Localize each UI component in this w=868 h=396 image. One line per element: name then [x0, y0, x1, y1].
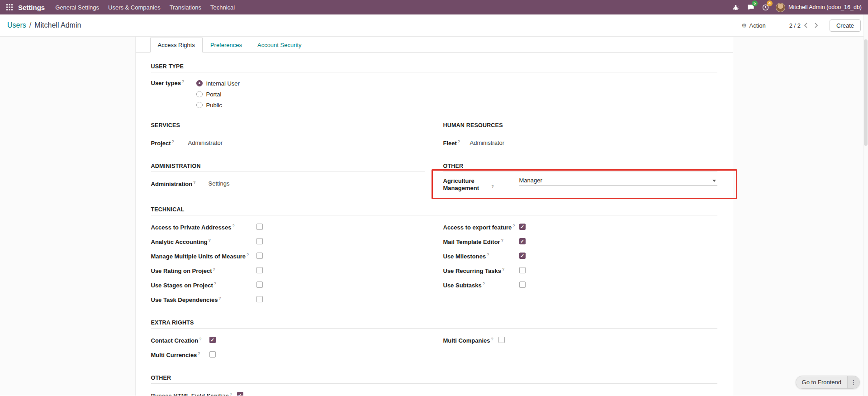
checkbox-use-recurring-tasks[interactable] [519, 267, 526, 273]
apps-menu-button[interactable] [3, 0, 16, 14]
form-view: Access Rights Preferences Account Securi… [0, 37, 868, 396]
technical-right-column: Access to export feature? Mail Template … [443, 221, 717, 308]
field-label: Use Milestones? [443, 251, 519, 260]
action-label: Action [749, 22, 766, 29]
help-icon: ? [491, 337, 493, 341]
debug-mode-button[interactable] [728, 0, 743, 14]
radio-portal[interactable] [196, 91, 203, 97]
extra-rights-left-column: Contact Creation? Multi Currencies? [151, 334, 425, 363]
radio-option-internal-user[interactable]: Internal User [196, 78, 240, 89]
field-access-private-addresses: Access to Private Addresses? [151, 221, 425, 233]
breadcrumb-separator: / [29, 21, 31, 29]
breadcrumb: Users / Mitchell Admin [7, 21, 81, 29]
section-title-services: SERVICES [151, 122, 425, 131]
help-icon: ? [501, 238, 503, 243]
user-menu[interactable]: Mitchell Admin (odoo_16_db) [773, 3, 864, 12]
checkbox-use-rating-on-project[interactable] [256, 267, 263, 273]
checkbox-access-private-addresses[interactable] [256, 224, 263, 230]
field-user-types: User types? Internal User Portal Publ [151, 78, 717, 110]
form-sheet: Access Rights Preferences Account Securi… [135, 37, 733, 396]
pager-value[interactable]: 2 / 2 [789, 22, 801, 29]
kebab-menu-icon[interactable]: ⋮ [847, 376, 859, 388]
checkbox-use-task-dependencies[interactable] [256, 296, 263, 302]
tab-account-security[interactable]: Account Security [250, 38, 309, 52]
chevron-right-icon [814, 23, 818, 28]
go-to-frontend-widget: Go to Frontend ⋮ [796, 376, 860, 389]
section-title-extra-rights: EXTRA RIGHTS [151, 320, 717, 329]
field-label: Use Task Dependencies? [151, 295, 256, 304]
notebook-tabs: Access Rights Preferences Account Securi… [136, 37, 733, 52]
top-navbar: Settings General Settings Users & Compan… [0, 0, 868, 14]
checkbox-access-export-feature[interactable] [519, 224, 526, 230]
checkbox-use-stages-on-project[interactable] [256, 281, 263, 288]
row-services-hr: SERVICES Project? Administrator HUMAN RE… [151, 122, 717, 151]
field-label: Use Stages on Project? [151, 280, 256, 289]
help-icon: ? [502, 267, 504, 272]
tab-access-rights[interactable]: Access Rights [150, 38, 203, 52]
field-manage-multiple-uom: Manage Multiple Units of Measure? [151, 250, 425, 262]
field-label-project: Project? [151, 138, 188, 147]
messages-menu-button[interactable]: 5 [743, 0, 758, 14]
help-icon: ? [199, 337, 201, 341]
menu-technical[interactable]: Technical [206, 0, 239, 14]
activities-menu-button[interactable]: 4 [758, 0, 773, 14]
app-name[interactable]: Settings [16, 0, 51, 14]
access-rights-page: USER TYPE User types? Internal User Port… [136, 52, 733, 396]
other-bottom-right-column [443, 389, 717, 396]
menu-general-settings[interactable]: General Settings [51, 0, 104, 14]
checkbox-use-subtasks[interactable] [519, 281, 526, 288]
help-icon: ? [209, 238, 211, 243]
checkbox-manage-multiple-uom[interactable] [256, 253, 263, 259]
field-access-export-feature: Access to export feature? [443, 221, 717, 233]
breadcrumb-users-link[interactable]: Users [7, 21, 26, 29]
field-analytic-accounting: Analytic Accounting? [151, 235, 425, 247]
help-icon: ? [458, 139, 460, 144]
agriculture-management-select[interactable]: Manager [519, 177, 717, 186]
other-bottom-left-column: Bypass HTML Field Sanitize? [151, 389, 425, 396]
group-technical: TECHNICAL Access to Private Addresses? A… [151, 206, 717, 308]
go-to-frontend-button[interactable]: Go to Frontend [796, 376, 847, 388]
pager-next-button[interactable] [811, 22, 821, 30]
field-contact-creation: Contact Creation? [151, 334, 425, 346]
help-icon: ? [193, 180, 195, 185]
menu-users-companies[interactable]: Users & Companies [104, 0, 165, 14]
help-icon: ? [232, 224, 235, 228]
action-menu-button[interactable]: ⚙ Action [739, 22, 768, 29]
pager-previous-button[interactable] [801, 22, 811, 30]
field-label-administration: Administration? [151, 179, 209, 188]
field-use-stages-on-project: Use Stages on Project? [151, 279, 425, 291]
extra-rights-right-column: Multi Companies? [443, 334, 717, 363]
section-title-human-resources: HUMAN RESOURCES [443, 122, 717, 131]
checkbox-contact-creation[interactable] [209, 337, 216, 343]
field-label: Access to Private Addresses? [151, 222, 256, 231]
field-bypass-html-field-sanitize: Bypass HTML Field Sanitize? [151, 389, 425, 396]
checkbox-mail-template-editor[interactable] [519, 238, 526, 244]
extra-rights-columns: Contact Creation? Multi Currencies? Mult… [151, 334, 717, 363]
scrollbar-thumb[interactable] [864, 39, 868, 146]
checkbox-multi-companies[interactable] [498, 337, 505, 343]
tab-preferences[interactable]: Preferences [203, 38, 250, 52]
checkbox-multi-currencies[interactable] [209, 351, 216, 358]
radio-option-public[interactable]: Public [196, 100, 240, 110]
field-value-fleet: Administrator [470, 139, 505, 146]
group-extra-rights: EXTRA RIGHTS Contact Creation? Multi Cur… [151, 320, 717, 363]
checkbox-analytic-accounting[interactable] [256, 238, 263, 244]
scrollbar-track[interactable] [863, 14, 868, 396]
control-panel-buttons: ⚙ Action 2 / 2 Create [739, 19, 861, 32]
field-label: Multi Companies? [443, 335, 498, 344]
checkbox-bypass-html-field-sanitize[interactable] [237, 392, 243, 396]
field-use-rating-on-project: Use Rating on Project? [151, 264, 425, 276]
help-icon: ? [483, 281, 485, 286]
field-label: Mail Template Editor? [443, 237, 519, 246]
radio-option-portal[interactable]: Portal [196, 89, 240, 100]
field-label-agriculture-management: Agriculture Management? [443, 177, 519, 192]
help-icon: ? [487, 253, 489, 257]
control-panel: Users / Mitchell Admin ⚙ Action 2 / 2 Cr… [0, 14, 868, 37]
chevron-left-icon [804, 23, 808, 28]
create-button[interactable]: Create [830, 19, 861, 32]
radio-internal-user[interactable] [196, 80, 203, 86]
menu-translations[interactable]: Translations [165, 0, 206, 14]
activities-badge: 4 [767, 0, 773, 6]
checkbox-use-milestones[interactable] [519, 253, 526, 259]
radio-public[interactable] [196, 102, 203, 108]
